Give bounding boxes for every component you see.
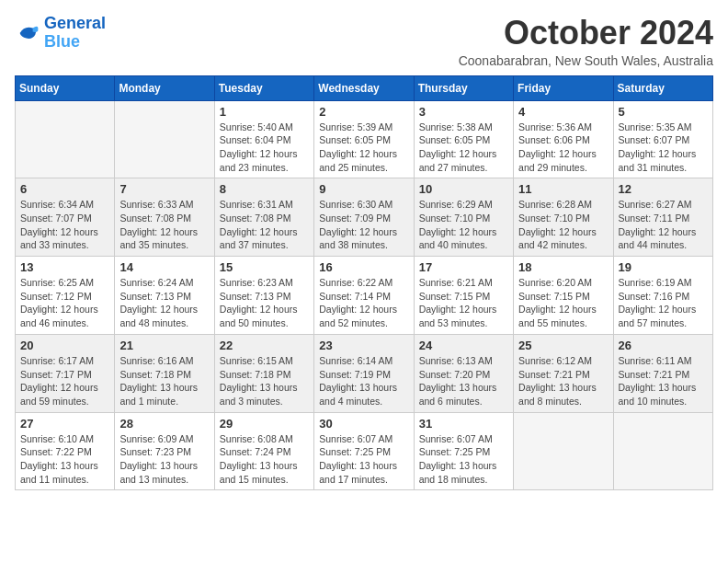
day-number: 11 bbox=[518, 182, 608, 196]
day-info: Sunrise: 6:14 AMSunset: 7:19 PMDaylight:… bbox=[319, 354, 408, 408]
day-info: Sunrise: 5:40 AMSunset: 6:04 PMDaylight:… bbox=[220, 121, 309, 175]
day-info: Sunrise: 6:08 AMSunset: 7:24 PMDaylight:… bbox=[220, 432, 309, 487]
calendar-day-cell: 9Sunrise: 6:30 AMSunset: 7:09 PMDaylight… bbox=[314, 178, 414, 257]
calendar-day-cell: 18Sunrise: 6:20 AMSunset: 7:15 PMDayligh… bbox=[514, 257, 613, 335]
day-number: 22 bbox=[220, 339, 309, 352]
day-info: Sunrise: 6:23 AMSunset: 7:13 PMDaylight:… bbox=[220, 276, 309, 330]
day-number: 26 bbox=[619, 339, 708, 352]
calendar-day-cell: 6Sunrise: 6:34 AMSunset: 7:07 PMDaylight… bbox=[16, 178, 115, 257]
day-number: 28 bbox=[119, 417, 209, 431]
day-info: Sunrise: 6:24 AMSunset: 7:13 PMDaylight:… bbox=[119, 276, 209, 330]
day-info: Sunrise: 6:34 AMSunset: 7:07 PMDaylight:… bbox=[20, 198, 109, 252]
weekday-header: Sunday bbox=[16, 75, 115, 100]
day-info: Sunrise: 5:38 AMSunset: 6:05 PMDaylight:… bbox=[419, 121, 508, 175]
day-info: Sunrise: 6:11 AMSunset: 7:21 PMDaylight:… bbox=[619, 354, 708, 408]
day-number: 21 bbox=[119, 339, 209, 352]
calendar-day-cell: 24Sunrise: 6:13 AMSunset: 7:20 PMDayligh… bbox=[414, 334, 513, 412]
day-info: Sunrise: 5:39 AMSunset: 6:05 PMDaylight:… bbox=[319, 121, 408, 175]
calendar-day-cell: 16Sunrise: 6:22 AMSunset: 7:14 PMDayligh… bbox=[314, 257, 414, 335]
calendar-day-cell: 8Sunrise: 6:31 AMSunset: 7:08 PMDaylight… bbox=[214, 178, 313, 257]
day-number: 24 bbox=[419, 339, 508, 352]
day-info: Sunrise: 6:20 AMSunset: 7:15 PMDaylight:… bbox=[518, 276, 608, 330]
calendar-day-cell: 21Sunrise: 6:16 AMSunset: 7:18 PMDayligh… bbox=[115, 334, 214, 412]
page-header: General Blue October 2024 Coonabarabran,… bbox=[15, 15, 713, 68]
calendar-day-cell: 22Sunrise: 6:15 AMSunset: 7:18 PMDayligh… bbox=[214, 334, 313, 412]
calendar-week-row: 6Sunrise: 6:34 AMSunset: 7:07 PMDaylight… bbox=[16, 178, 713, 257]
calendar-day-cell bbox=[16, 100, 115, 178]
calendar-day-cell bbox=[115, 100, 214, 178]
day-info: Sunrise: 6:25 AMSunset: 7:12 PMDaylight:… bbox=[20, 276, 109, 330]
day-number: 2 bbox=[319, 105, 408, 119]
day-info: Sunrise: 6:29 AMSunset: 7:10 PMDaylight:… bbox=[419, 198, 508, 252]
calendar-day-cell: 17Sunrise: 6:21 AMSunset: 7:15 PMDayligh… bbox=[414, 257, 513, 335]
day-number: 6 bbox=[20, 182, 109, 196]
day-info: Sunrise: 6:27 AMSunset: 7:11 PMDaylight:… bbox=[619, 198, 708, 252]
day-info: Sunrise: 6:21 AMSunset: 7:15 PMDaylight:… bbox=[419, 276, 508, 330]
day-number: 13 bbox=[20, 260, 109, 274]
day-number: 15 bbox=[220, 260, 309, 274]
day-info: Sunrise: 6:15 AMSunset: 7:18 PMDaylight:… bbox=[220, 354, 309, 408]
day-info: Sunrise: 6:17 AMSunset: 7:17 PMDaylight:… bbox=[20, 354, 109, 408]
day-number: 27 bbox=[20, 417, 109, 431]
day-info: Sunrise: 6:28 AMSunset: 7:10 PMDaylight:… bbox=[518, 198, 608, 252]
title-area: October 2024 Coonabarabran, New South Wa… bbox=[459, 15, 713, 68]
calendar-day-cell: 19Sunrise: 6:19 AMSunset: 7:16 PMDayligh… bbox=[613, 257, 712, 335]
calendar-week-row: 1Sunrise: 5:40 AMSunset: 6:04 PMDaylight… bbox=[16, 100, 713, 178]
day-info: Sunrise: 6:22 AMSunset: 7:14 PMDaylight:… bbox=[319, 276, 408, 330]
logo-icon bbox=[15, 20, 40, 46]
calendar-day-cell: 11Sunrise: 6:28 AMSunset: 7:10 PMDayligh… bbox=[514, 178, 613, 257]
weekday-header: Monday bbox=[115, 75, 214, 100]
day-number: 14 bbox=[119, 260, 209, 274]
calendar-header-row: SundayMondayTuesdayWednesdayThursdayFrid… bbox=[16, 75, 713, 100]
day-info: Sunrise: 6:07 AMSunset: 7:25 PMDaylight:… bbox=[419, 432, 508, 487]
calendar-week-row: 13Sunrise: 6:25 AMSunset: 7:12 PMDayligh… bbox=[16, 257, 713, 335]
day-number: 7 bbox=[119, 182, 209, 196]
weekday-header: Saturday bbox=[613, 75, 712, 100]
day-info: Sunrise: 6:19 AMSunset: 7:16 PMDaylight:… bbox=[619, 276, 708, 330]
weekday-header: Tuesday bbox=[214, 75, 313, 100]
calendar-day-cell: 26Sunrise: 6:11 AMSunset: 7:21 PMDayligh… bbox=[613, 334, 712, 412]
day-info: Sunrise: 6:10 AMSunset: 7:22 PMDaylight:… bbox=[20, 432, 109, 487]
calendar-day-cell: 1Sunrise: 5:40 AMSunset: 6:04 PMDaylight… bbox=[214, 100, 313, 178]
calendar-day-cell: 30Sunrise: 6:07 AMSunset: 7:25 PMDayligh… bbox=[314, 412, 414, 490]
calendar-day-cell bbox=[514, 412, 613, 490]
day-info: Sunrise: 5:35 AMSunset: 6:07 PMDaylight:… bbox=[619, 121, 708, 175]
calendar-day-cell: 4Sunrise: 5:36 AMSunset: 6:06 PMDaylight… bbox=[514, 100, 613, 178]
day-info: Sunrise: 6:09 AMSunset: 7:23 PMDaylight:… bbox=[119, 432, 209, 487]
day-number: 5 bbox=[619, 105, 708, 119]
calendar-day-cell: 23Sunrise: 6:14 AMSunset: 7:19 PMDayligh… bbox=[314, 334, 414, 412]
calendar-day-cell: 31Sunrise: 6:07 AMSunset: 7:25 PMDayligh… bbox=[414, 412, 513, 490]
calendar-day-cell: 28Sunrise: 6:09 AMSunset: 7:23 PMDayligh… bbox=[115, 412, 214, 490]
calendar-day-cell: 13Sunrise: 6:25 AMSunset: 7:12 PMDayligh… bbox=[16, 257, 115, 335]
logo: General Blue bbox=[15, 15, 106, 52]
day-number: 23 bbox=[319, 339, 408, 352]
day-info: Sunrise: 6:30 AMSunset: 7:09 PMDaylight:… bbox=[319, 198, 408, 252]
day-number: 18 bbox=[518, 260, 608, 274]
calendar-day-cell: 7Sunrise: 6:33 AMSunset: 7:08 PMDaylight… bbox=[115, 178, 214, 257]
day-info: Sunrise: 6:12 AMSunset: 7:21 PMDaylight:… bbox=[518, 354, 608, 408]
day-number: 29 bbox=[220, 417, 309, 431]
day-info: Sunrise: 6:13 AMSunset: 7:20 PMDaylight:… bbox=[419, 354, 508, 408]
day-info: Sunrise: 6:33 AMSunset: 7:08 PMDaylight:… bbox=[119, 198, 209, 252]
calendar-day-cell: 12Sunrise: 6:27 AMSunset: 7:11 PMDayligh… bbox=[613, 178, 712, 257]
day-number: 30 bbox=[319, 417, 408, 431]
day-number: 16 bbox=[319, 260, 408, 274]
day-number: 1 bbox=[220, 105, 309, 119]
logo-text: General Blue bbox=[44, 15, 106, 52]
day-number: 20 bbox=[20, 339, 109, 352]
day-number: 25 bbox=[518, 339, 608, 352]
calendar-day-cell: 25Sunrise: 6:12 AMSunset: 7:21 PMDayligh… bbox=[514, 334, 613, 412]
day-number: 31 bbox=[419, 417, 508, 431]
calendar-week-row: 27Sunrise: 6:10 AMSunset: 7:22 PMDayligh… bbox=[16, 412, 713, 490]
location: Coonabarabran, New South Wales, Australi… bbox=[459, 53, 713, 68]
calendar-day-cell: 27Sunrise: 6:10 AMSunset: 7:22 PMDayligh… bbox=[16, 412, 115, 490]
calendar-day-cell: 15Sunrise: 6:23 AMSunset: 7:13 PMDayligh… bbox=[214, 257, 313, 335]
day-number: 17 bbox=[419, 260, 508, 274]
day-number: 9 bbox=[319, 182, 408, 196]
calendar-day-cell: 29Sunrise: 6:08 AMSunset: 7:24 PMDayligh… bbox=[214, 412, 313, 490]
day-number: 12 bbox=[619, 182, 708, 196]
calendar-day-cell: 10Sunrise: 6:29 AMSunset: 7:10 PMDayligh… bbox=[414, 178, 513, 257]
day-number: 3 bbox=[419, 105, 508, 119]
calendar-day-cell: 5Sunrise: 5:35 AMSunset: 6:07 PMDaylight… bbox=[613, 100, 712, 178]
weekday-header: Thursday bbox=[414, 75, 513, 100]
